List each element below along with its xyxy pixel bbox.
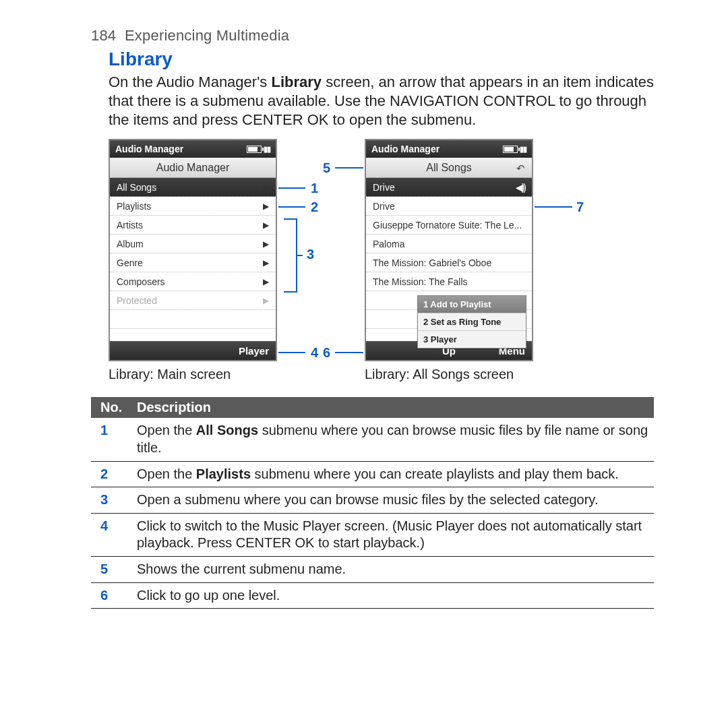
callout-number: 2 — [311, 200, 318, 215]
softkey-right[interactable]: Player — [218, 345, 276, 357]
chapter-title: Experiencing Multimedia — [125, 27, 289, 44]
table-row: 1 Open the All Songs submenu where you c… — [91, 418, 654, 461]
list-item[interactable]: Genre▶ — [110, 253, 276, 272]
chevron-right-icon: ▶ — [263, 220, 269, 230]
softkey-bar: Player — [110, 341, 276, 360]
intro-paragraph: On the Audio Manager's Library screen, a… — [109, 73, 654, 129]
screenshot-caption: Library: All Songs screen — [365, 367, 533, 382]
screen-subtitle: All Songs ↶ — [366, 158, 532, 178]
screenshot-main: Audio Manager ▮▮ Audio Manager All Songs… — [109, 139, 277, 382]
signal-icon: ▮▮ — [520, 145, 526, 154]
table-header-desc: Description — [137, 400, 211, 415]
list-item[interactable]: Playlists▶ — [110, 197, 276, 216]
table-row: 2 Open the Playlists submenu where you c… — [91, 462, 654, 488]
screenshot-allsongs: Audio Manager ▮▮ All Songs ↶ Drive◀)) Dr… — [365, 139, 533, 382]
list-item — [110, 329, 276, 341]
signal-icon: ▮▮ — [264, 145, 270, 154]
screen-subtitle: Audio Manager — [110, 158, 276, 178]
list-item[interactable]: All Songs▶ — [110, 178, 276, 197]
callout-number: 6 — [323, 345, 330, 361]
chevron-right-icon: ▶ — [263, 239, 269, 249]
list-item[interactable]: Giuseppe Tornatore Suite: The Le... — [366, 216, 532, 235]
battery-icon — [503, 146, 518, 153]
context-menu-item[interactable]: 3 Player — [418, 331, 526, 348]
list-item[interactable]: Album▶ — [110, 235, 276, 253]
screenshot-caption: Library: Main screen — [109, 367, 277, 382]
page-number: 184 — [91, 27, 116, 44]
table-row: 5 Shows the current submenu name. — [91, 557, 654, 583]
battery-icon — [247, 146, 262, 153]
status-icons: ▮▮ — [247, 145, 270, 154]
chevron-right-icon: ▶ — [263, 183, 269, 192]
callout-number: 4 — [311, 345, 318, 361]
status-icons: ▮▮ — [503, 145, 526, 154]
page-header: 184 Experiencing Multimedia — [91, 27, 654, 44]
list-item[interactable]: The Mission: The Falls — [366, 272, 532, 291]
callout-number: 7 — [576, 200, 584, 215]
callout-number: 3 — [307, 247, 314, 262]
app-title: Audio Manager — [371, 144, 439, 154]
list-item: Protected▶ — [110, 291, 276, 310]
list-item[interactable]: Drive◀)) — [366, 178, 532, 197]
menu-list: All Songs▶ Playlists▶ Artists▶ Album▶ Ge… — [110, 178, 276, 341]
table-row: 3 Open a submenu where you can browse mu… — [91, 487, 654, 514]
callout-number: 5 — [323, 160, 330, 176]
context-menu: 1 Add to Playlist 2 Set as Ring Tone 3 P… — [417, 295, 526, 348]
table-row: 4 Click to switch to the Music Player sc… — [91, 514, 654, 557]
description-table: No. Description 1 Open the All Songs sub… — [91, 397, 654, 609]
chevron-right-icon: ▶ — [263, 258, 269, 268]
chevron-right-icon: ▶ — [263, 296, 269, 305]
list-item[interactable]: The Mission: Gabriel's Oboe — [366, 253, 532, 272]
context-menu-item[interactable]: 1 Add to Playlist — [418, 296, 526, 313]
section-title: Library — [109, 49, 654, 70]
table-header: No. Description — [91, 397, 654, 418]
table-header-no: No. — [100, 400, 137, 415]
speaker-icon: ◀)) — [516, 182, 525, 193]
screenshots-row: Audio Manager ▮▮ Audio Manager All Songs… — [109, 139, 654, 382]
chevron-right-icon: ▶ — [263, 277, 269, 286]
chevron-right-icon: ▶ — [263, 202, 269, 211]
list-item — [110, 310, 276, 329]
back-icon[interactable]: ↶ — [516, 162, 525, 175]
callout-number: 1 — [311, 181, 318, 196]
context-menu-item[interactable]: 2 Set as Ring Tone — [418, 313, 526, 331]
list-item[interactable]: Paloma — [366, 235, 532, 253]
phone-frame: Audio Manager ▮▮ All Songs ↶ Drive◀)) Dr… — [365, 139, 533, 361]
window-titlebar: Audio Manager ▮▮ — [110, 140, 276, 158]
list-item[interactable]: Artists▶ — [110, 216, 276, 235]
list-item[interactable]: Composers▶ — [110, 272, 276, 291]
table-row: 6 Click to go up one level. — [91, 583, 654, 609]
list-item[interactable]: Drive — [366, 197, 532, 216]
phone-frame: Audio Manager ▮▮ Audio Manager All Songs… — [109, 139, 277, 361]
window-titlebar: Audio Manager ▮▮ — [366, 140, 532, 158]
app-title: Audio Manager — [115, 144, 183, 154]
